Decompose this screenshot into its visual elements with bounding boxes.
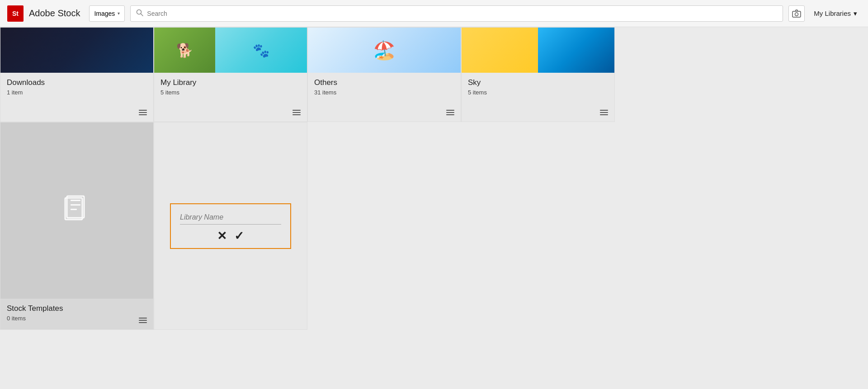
downloads-count: 1 item <box>7 89 147 96</box>
dropdown-label: Images <box>94 10 115 17</box>
chevron-down-icon: ▾ <box>118 11 120 16</box>
search-bar <box>130 5 783 22</box>
library-card-downloads[interactable]: Downloads 1 item <box>0 27 154 122</box>
downloads-name: Downloads <box>7 78 147 87</box>
new-library-name-input[interactable] <box>180 211 281 225</box>
new-library-card: ✕ ✓ <box>154 122 307 330</box>
logo-badge: St <box>7 5 24 22</box>
search-icon <box>136 9 143 18</box>
downloads-menu-button[interactable] <box>139 110 147 115</box>
my-library-name: My Library <box>160 78 301 87</box>
sky-menu-button[interactable] <box>600 110 608 115</box>
stock-templates-name: Stock Templates <box>7 304 147 313</box>
library-card-others[interactable]: 🏖️ Others 31 items <box>307 27 461 122</box>
my-libraries-chevron-icon: ▾ <box>854 9 857 18</box>
stock-templates-menu-button[interactable] <box>139 318 147 323</box>
new-library-actions: ✕ ✓ <box>180 230 281 242</box>
confirm-new-library-button[interactable]: ✓ <box>234 230 244 242</box>
main-content: Downloads 1 item 🐕 🐾 My Library 5 items <box>0 27 868 389</box>
stock-templates-icon <box>62 193 91 228</box>
camera-search-button[interactable] <box>788 5 805 22</box>
svg-rect-2 <box>793 11 801 17</box>
others-name: Others <box>314 78 454 87</box>
library-card-stock-templates[interactable]: Stock Templates 0 items <box>0 122 154 330</box>
cancel-new-library-button[interactable]: ✕ <box>217 230 227 242</box>
my-libraries-label: My Libraries <box>814 9 851 17</box>
my-libraries-button[interactable]: My Libraries ▾ <box>810 7 861 20</box>
stock-templates-thumbnail <box>0 122 153 299</box>
svg-point-3 <box>795 13 798 16</box>
my-library-thumbnail: 🐕 🐾 <box>154 28 307 73</box>
app-header: St Adobe Stock Images ▾ My Libraries ▾ <box>0 0 868 27</box>
new-library-form: ✕ ✓ <box>170 203 291 249</box>
others-thumbnail: 🏖️ <box>308 28 461 73</box>
library-card-my-library[interactable]: 🐕 🐾 My Library 5 items <box>154 27 307 122</box>
others-menu-button[interactable] <box>446 110 454 115</box>
svg-line-1 <box>141 14 143 16</box>
svg-rect-9 <box>65 198 82 220</box>
library-grid-row1: Downloads 1 item 🐕 🐾 My Library 5 items <box>0 27 868 122</box>
library-card-sky[interactable]: Sky 5 items <box>461 27 615 122</box>
my-library-count: 5 items <box>160 89 301 96</box>
content-type-dropdown[interactable]: Images ▾ <box>89 5 125 22</box>
library-grid-row2: Stock Templates 0 items ✕ ✓ <box>0 122 868 330</box>
app-title: Adobe Stock <box>29 8 80 19</box>
sky-thumbnail <box>462 28 614 73</box>
sky-name: Sky <box>468 78 608 87</box>
others-count: 31 items <box>314 89 454 96</box>
search-input[interactable] <box>147 10 777 17</box>
my-library-menu-button[interactable] <box>292 110 301 115</box>
stock-templates-count: 0 items <box>7 315 147 322</box>
downloads-thumbnail <box>0 28 153 73</box>
sky-count: 5 items <box>468 89 608 96</box>
